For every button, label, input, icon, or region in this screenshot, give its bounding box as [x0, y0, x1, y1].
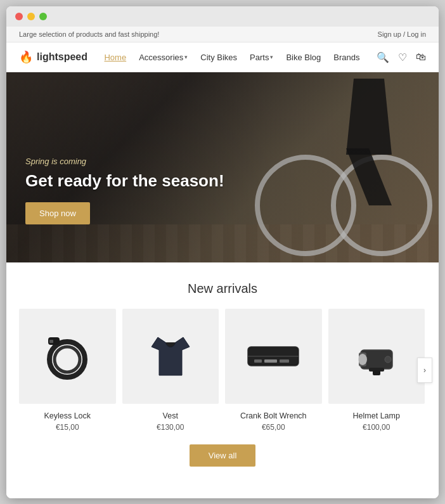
- view-all-wrapper: View all: [19, 432, 426, 486]
- product-card-helmet-lamp: Helmet Lamp €100,00: [328, 309, 425, 432]
- chevron-down-icon: ▾: [184, 54, 188, 60]
- shop-now-button[interactable]: Shop now: [25, 202, 90, 224]
- product-name-helmet-lamp: Helmet Lamp: [353, 411, 400, 420]
- product-image-crank-bolt-wrench[interactable]: [225, 309, 322, 404]
- browser-chrome: [6, 6, 439, 27]
- products-row: Keyless Lock €15,00 Vest €130,00: [19, 309, 426, 432]
- svg-point-12: [358, 354, 367, 365]
- product-price-vest: €130,00: [157, 423, 184, 432]
- hero-content: Spring is coming Get ready for the seaso…: [25, 157, 224, 224]
- view-all-button[interactable]: View all: [190, 444, 256, 467]
- crank-bolt-wrench-svg: [242, 325, 305, 388]
- browser-dot-close[interactable]: [15, 13, 23, 20]
- logo-text: lightspeed: [37, 51, 87, 63]
- product-name-vest: Vest: [163, 411, 178, 420]
- announcement-bar: Large selection of products and fast shi…: [6, 27, 439, 42]
- browser-dot-minimize[interactable]: [27, 13, 35, 20]
- products-row-wrapper: Keyless Lock €15,00 Vest €130,00: [19, 309, 426, 432]
- header-icons: 🔍 ♡ 🛍: [377, 51, 426, 63]
- carousel-next-button[interactable]: ›: [417, 358, 432, 383]
- product-price-helmet-lamp: €100,00: [363, 423, 390, 432]
- product-price-keyless-lock: €15,00: [56, 423, 79, 432]
- new-arrivals-title: New arrivals: [19, 281, 426, 296]
- browser-window: Large selection of products and fast shi…: [6, 6, 439, 498]
- svg-rect-14: [373, 370, 380, 375]
- product-card-vest: Vest €130,00: [122, 309, 219, 432]
- product-image-vest[interactable]: [122, 309, 219, 404]
- nav-item-home[interactable]: Home: [104, 53, 126, 62]
- product-name-keyless-lock: Keyless Lock: [44, 411, 91, 420]
- nav-item-bike-blog[interactable]: Bike Blog: [286, 53, 321, 62]
- search-icon[interactable]: 🔍: [377, 51, 389, 63]
- product-card-crank-bolt-wrench: Crank Bolt Wrench €65,00: [225, 309, 322, 432]
- product-image-keyless-lock[interactable]: [19, 309, 116, 404]
- site-header: 🔥 lightspeed Home Accessories ▾ City Bik…: [6, 42, 439, 72]
- svg-point-15: [385, 356, 391, 363]
- nav-item-brands[interactable]: Brands: [333, 53, 359, 62]
- main-nav: Home Accessories ▾ City Bikes Parts ▾ Bi…: [104, 53, 359, 62]
- helmet-lamp-svg: [345, 325, 408, 388]
- hero-subtitle: Spring is coming: [25, 157, 224, 166]
- hero-title: Get ready for the season!: [25, 171, 224, 191]
- cart-icon[interactable]: 🛍: [416, 51, 426, 63]
- logo-flame-icon: 🔥: [19, 50, 33, 64]
- new-arrivals-section: New arrivals Keyless Lock: [6, 262, 439, 498]
- logo[interactable]: 🔥 lightspeed: [19, 50, 87, 64]
- nav-item-parts[interactable]: Parts ▾: [250, 53, 273, 62]
- announcement-left-text: Large selection of products and fast shi…: [19, 30, 159, 38]
- browser-dot-maximize[interactable]: [39, 13, 47, 20]
- nav-item-accessories[interactable]: Accessories ▾: [139, 53, 188, 62]
- sign-up-log-in-link[interactable]: Sign up / Log in: [378, 30, 426, 38]
- svg-rect-7: [254, 359, 262, 363]
- svg-rect-3: [49, 340, 53, 343]
- chevron-down-icon-parts: ▾: [270, 54, 273, 60]
- wishlist-icon[interactable]: ♡: [398, 51, 407, 63]
- hero-banner: Spring is coming Get ready for the seaso…: [6, 72, 439, 262]
- product-image-helmet-lamp[interactable]: [328, 309, 425, 404]
- keyless-lock-svg: [35, 325, 99, 388]
- svg-point-1: [55, 347, 80, 372]
- product-name-crank-bolt-wrench: Crank Bolt Wrench: [240, 411, 307, 420]
- vest-svg: [139, 325, 202, 388]
- product-price-crank-bolt-wrench: €65,00: [262, 423, 285, 432]
- svg-rect-8: [264, 359, 277, 363]
- nav-item-city-bikes[interactable]: City Bikes: [200, 53, 237, 62]
- svg-rect-9: [280, 359, 289, 363]
- product-card-keyless-lock: Keyless Lock €15,00: [19, 309, 116, 432]
